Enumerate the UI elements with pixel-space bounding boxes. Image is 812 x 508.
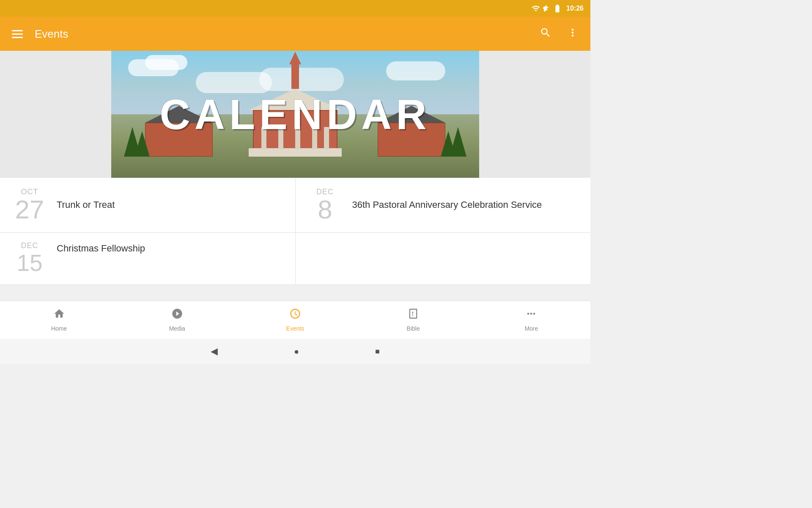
wifi-icon (532, 4, 540, 13)
signal-icon (543, 5, 550, 12)
more-vertical-icon (567, 27, 579, 39)
events-row-1: OCT 27 Trunk or Treat DEC 8 36th Pastora… (0, 178, 590, 233)
back-button[interactable]: ◀ (211, 346, 218, 357)
nav-item-media[interactable]: Media (152, 304, 203, 335)
status-time: 10:26 (566, 5, 584, 12)
event-title-trunk-or-treat: Trunk or Treat (57, 199, 115, 212)
battery-icon (553, 4, 562, 13)
search-icon (540, 27, 551, 39)
calendar-title-text: CALENDAR (159, 90, 431, 139)
event-date-oct27: OCT 27 (13, 188, 47, 223)
event-date-dec8: DEC 8 (308, 188, 342, 223)
recent-button[interactable]: ■ (375, 347, 380, 356)
search-button[interactable] (536, 23, 555, 45)
nav-item-more[interactable]: More (506, 304, 557, 335)
event-pastoral-anniversary[interactable]: DEC 8 36th Pastoral Anniversary Celebrat… (296, 178, 591, 232)
bottom-nav: Home Media Events Bible (0, 301, 590, 339)
system-nav-bar: ◀ ● ■ (0, 339, 590, 364)
status-bar: 10:26 (0, 0, 590, 17)
status-icons: 10:26 (532, 4, 584, 13)
event-christmas-fellowship[interactable]: DEC 15 Christmas Fellowship (0, 233, 296, 284)
event-day-27: 27 (15, 196, 44, 223)
event-title-pastoral-anniversary: 36th Pastoral Anniversary Celebration Se… (352, 199, 542, 212)
media-icon (171, 308, 183, 323)
event-day-8: 8 (318, 196, 332, 223)
nav-label-bible: Bible (407, 325, 420, 332)
nav-label-home: Home (51, 325, 67, 332)
home-system-button[interactable]: ● (294, 347, 299, 356)
hero-banner: CALENDAR (0, 51, 590, 178)
more-icon (525, 308, 537, 323)
bible-icon (407, 308, 419, 323)
event-trunk-or-treat[interactable]: OCT 27 Trunk or Treat (0, 178, 296, 232)
app-bar-title: Events (35, 28, 528, 41)
event-date-dec15: DEC 15 (13, 241, 47, 276)
hero-image: CALENDAR (111, 51, 479, 178)
app-bar: Events (0, 17, 590, 51)
events-row-2: DEC 15 Christmas Fellowship (0, 233, 590, 285)
nav-label-events: Events (286, 325, 304, 332)
menu-button[interactable] (8, 27, 26, 41)
event-title-christmas: Christmas Fellowship (57, 241, 145, 254)
nav-item-bible[interactable]: Bible (388, 304, 439, 335)
nav-item-events[interactable]: Events (270, 304, 321, 335)
home-icon (53, 308, 65, 323)
nav-label-media: Media (169, 325, 185, 332)
nav-label-more: More (524, 325, 538, 332)
event-month-dec2: DEC (21, 241, 38, 250)
more-button[interactable] (563, 23, 582, 45)
event-row2-right-empty (296, 233, 591, 284)
nav-item-home[interactable]: Home (34, 304, 85, 335)
events-list: OCT 27 Trunk or Treat DEC 8 36th Pastora… (0, 178, 590, 285)
event-day-15: 15 (16, 250, 42, 276)
events-icon (289, 308, 301, 323)
